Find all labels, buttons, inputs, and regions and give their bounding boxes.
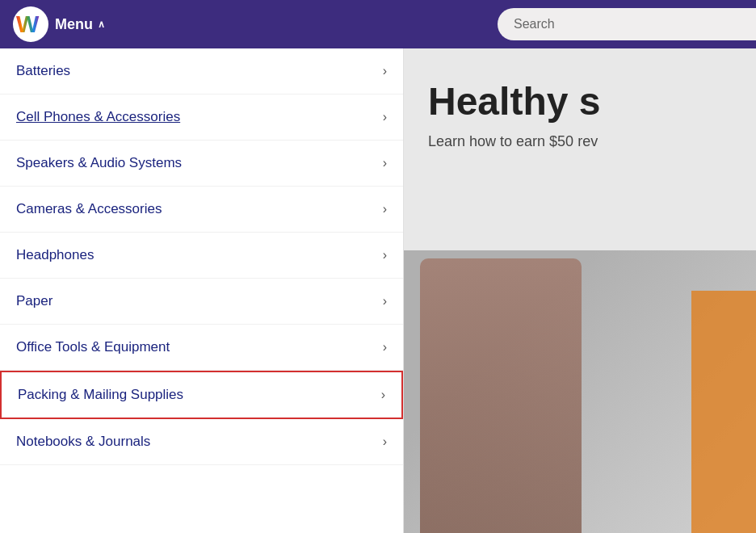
sidebar-item-packing[interactable]: Packing & Mailing Supplies›	[0, 371, 403, 419]
sidebar-menu: Batteries›Cell Phones & Accessories›Spea…	[0, 48, 404, 533]
chevron-right-icon: ›	[381, 388, 385, 402]
search-bar[interactable]: Search	[498, 8, 756, 40]
chevron-right-icon: ›	[383, 156, 387, 170]
chevron-right-icon: ›	[383, 110, 387, 124]
sidebar-item-label-headphones: Headphones	[16, 247, 94, 263]
chevron-up-icon: ∧	[98, 19, 105, 30]
logo-area: W Menu ∧	[13, 6, 105, 42]
sidebar-item-label-cameras: Cameras & Accessories	[16, 201, 162, 217]
sidebar-item-cameras[interactable]: Cameras & Accessories›	[0, 187, 403, 233]
sidebar-item-label-packing: Packing & Mailing Supplies	[18, 387, 183, 403]
sidebar-item-label-cell-phones: Cell Phones & Accessories	[16, 109, 180, 125]
main-layout: Batteries›Cell Phones & Accessories›Spea…	[0, 48, 756, 533]
search-label: Search	[514, 17, 555, 31]
chevron-right-icon: ›	[383, 202, 387, 216]
content-title: Healthy s	[428, 81, 732, 124]
sidebar-item-cell-phones[interactable]: Cell Phones & Accessories›	[0, 94, 403, 141]
sidebar-item-headphones[interactable]: Headphones›	[0, 233, 403, 279]
orange-object	[691, 291, 756, 533]
chevron-right-icon: ›	[383, 434, 387, 449]
header: W Menu ∧ Search	[0, 0, 756, 48]
content-subtitle: Learn how to earn $50 rev	[428, 133, 732, 150]
menu-button[interactable]: Menu ∧	[55, 16, 105, 33]
svg-text:W: W	[16, 10, 40, 37]
chevron-right-icon: ›	[383, 294, 387, 308]
sidebar-item-label-paper: Paper	[16, 293, 52, 309]
hero-image	[404, 250, 756, 533]
sidebar-item-speakers[interactable]: Speakers & Audio Systems›	[0, 141, 403, 187]
chevron-right-icon: ›	[383, 248, 387, 262]
sidebar-item-label-notebooks: Notebooks & Journals	[16, 434, 150, 450]
sidebar-item-office-tools[interactable]: Office Tools & Equipment›	[0, 325, 403, 371]
content-inner: Healthy s Learn how to earn $50 rev	[404, 48, 756, 183]
sidebar-item-paper[interactable]: Paper›	[0, 279, 403, 325]
person-figure	[420, 258, 582, 533]
chevron-right-icon: ›	[383, 64, 387, 78]
sidebar-item-label-batteries: Batteries	[16, 63, 70, 79]
sidebar-item-notebooks[interactable]: Notebooks & Journals›	[0, 419, 403, 465]
menu-text: Menu	[55, 16, 93, 33]
content-area: Healthy s Learn how to earn $50 rev	[404, 48, 756, 533]
walgreens-logo-icon: W	[13, 6, 48, 42]
sidebar-item-batteries[interactable]: Batteries›	[0, 48, 403, 94]
sidebar-item-label-speakers: Speakers & Audio Systems	[16, 155, 182, 171]
chevron-right-icon: ›	[383, 340, 387, 355]
sidebar-item-label-office-tools: Office Tools & Equipment	[16, 339, 170, 355]
